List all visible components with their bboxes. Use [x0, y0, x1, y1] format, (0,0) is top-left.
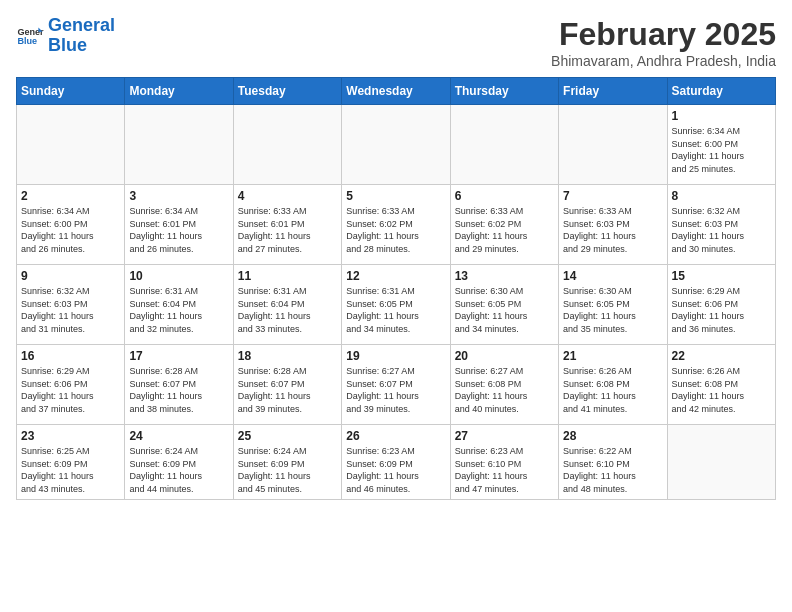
calendar-cell: 9Sunrise: 6:32 AM Sunset: 6:03 PM Daylig…: [17, 265, 125, 345]
day-info: Sunrise: 6:28 AM Sunset: 6:07 PM Dayligh…: [129, 365, 228, 415]
day-number: 24: [129, 429, 228, 443]
calendar-cell: 21Sunrise: 6:26 AM Sunset: 6:08 PM Dayli…: [559, 345, 667, 425]
header-sunday: Sunday: [17, 78, 125, 105]
day-number: 3: [129, 189, 228, 203]
calendar-header: Sunday Monday Tuesday Wednesday Thursday…: [17, 78, 776, 105]
day-number: 25: [238, 429, 337, 443]
calendar-cell: 27Sunrise: 6:23 AM Sunset: 6:10 PM Dayli…: [450, 425, 558, 500]
day-number: 28: [563, 429, 662, 443]
calendar-body: 1Sunrise: 6:34 AM Sunset: 6:00 PM Daylig…: [17, 105, 776, 500]
day-number: 22: [672, 349, 771, 363]
day-info: Sunrise: 6:33 AM Sunset: 6:01 PM Dayligh…: [238, 205, 337, 255]
day-number: 13: [455, 269, 554, 283]
calendar-table: Sunday Monday Tuesday Wednesday Thursday…: [16, 77, 776, 500]
day-number: 8: [672, 189, 771, 203]
calendar-cell: [667, 425, 775, 500]
logo: General Blue General Blue: [16, 16, 115, 56]
page-header: General Blue General Blue February 2025 …: [16, 16, 776, 69]
day-info: Sunrise: 6:33 AM Sunset: 6:02 PM Dayligh…: [455, 205, 554, 255]
day-info: Sunrise: 6:30 AM Sunset: 6:05 PM Dayligh…: [563, 285, 662, 335]
day-number: 16: [21, 349, 120, 363]
calendar-cell: 25Sunrise: 6:24 AM Sunset: 6:09 PM Dayli…: [233, 425, 341, 500]
calendar-cell: [17, 105, 125, 185]
calendar-week-row: 2Sunrise: 6:34 AM Sunset: 6:00 PM Daylig…: [17, 185, 776, 265]
days-of-week-row: Sunday Monday Tuesday Wednesday Thursday…: [17, 78, 776, 105]
header-friday: Friday: [559, 78, 667, 105]
day-info: Sunrise: 6:27 AM Sunset: 6:08 PM Dayligh…: [455, 365, 554, 415]
day-info: Sunrise: 6:34 AM Sunset: 6:00 PM Dayligh…: [672, 125, 771, 175]
calendar-cell: 6Sunrise: 6:33 AM Sunset: 6:02 PM Daylig…: [450, 185, 558, 265]
day-number: 12: [346, 269, 445, 283]
calendar-cell: 11Sunrise: 6:31 AM Sunset: 6:04 PM Dayli…: [233, 265, 341, 345]
day-number: 18: [238, 349, 337, 363]
day-info: Sunrise: 6:31 AM Sunset: 6:04 PM Dayligh…: [238, 285, 337, 335]
day-number: 20: [455, 349, 554, 363]
day-number: 14: [563, 269, 662, 283]
header-saturday: Saturday: [667, 78, 775, 105]
svg-text:Blue: Blue: [17, 36, 37, 46]
calendar-cell: 18Sunrise: 6:28 AM Sunset: 6:07 PM Dayli…: [233, 345, 341, 425]
calendar-cell: 23Sunrise: 6:25 AM Sunset: 6:09 PM Dayli…: [17, 425, 125, 500]
title-block: February 2025 Bhimavaram, Andhra Pradesh…: [551, 16, 776, 69]
day-info: Sunrise: 6:24 AM Sunset: 6:09 PM Dayligh…: [129, 445, 228, 495]
day-number: 9: [21, 269, 120, 283]
day-info: Sunrise: 6:34 AM Sunset: 6:00 PM Dayligh…: [21, 205, 120, 255]
calendar-cell: 20Sunrise: 6:27 AM Sunset: 6:08 PM Dayli…: [450, 345, 558, 425]
day-number: 7: [563, 189, 662, 203]
day-info: Sunrise: 6:33 AM Sunset: 6:03 PM Dayligh…: [563, 205, 662, 255]
day-info: Sunrise: 6:32 AM Sunset: 6:03 PM Dayligh…: [21, 285, 120, 335]
calendar-cell: 14Sunrise: 6:30 AM Sunset: 6:05 PM Dayli…: [559, 265, 667, 345]
day-number: 5: [346, 189, 445, 203]
calendar-cell: 28Sunrise: 6:22 AM Sunset: 6:10 PM Dayli…: [559, 425, 667, 500]
day-info: Sunrise: 6:27 AM Sunset: 6:07 PM Dayligh…: [346, 365, 445, 415]
calendar-cell: 7Sunrise: 6:33 AM Sunset: 6:03 PM Daylig…: [559, 185, 667, 265]
calendar-cell: 13Sunrise: 6:30 AM Sunset: 6:05 PM Dayli…: [450, 265, 558, 345]
day-info: Sunrise: 6:33 AM Sunset: 6:02 PM Dayligh…: [346, 205, 445, 255]
day-number: 6: [455, 189, 554, 203]
calendar-cell: [559, 105, 667, 185]
day-info: Sunrise: 6:26 AM Sunset: 6:08 PM Dayligh…: [672, 365, 771, 415]
header-tuesday: Tuesday: [233, 78, 341, 105]
calendar-cell: [233, 105, 341, 185]
header-monday: Monday: [125, 78, 233, 105]
day-number: 10: [129, 269, 228, 283]
day-info: Sunrise: 6:28 AM Sunset: 6:07 PM Dayligh…: [238, 365, 337, 415]
calendar-cell: 24Sunrise: 6:24 AM Sunset: 6:09 PM Dayli…: [125, 425, 233, 500]
day-info: Sunrise: 6:32 AM Sunset: 6:03 PM Dayligh…: [672, 205, 771, 255]
day-number: 17: [129, 349, 228, 363]
calendar-cell: 19Sunrise: 6:27 AM Sunset: 6:07 PM Dayli…: [342, 345, 450, 425]
day-info: Sunrise: 6:24 AM Sunset: 6:09 PM Dayligh…: [238, 445, 337, 495]
calendar-cell: 12Sunrise: 6:31 AM Sunset: 6:05 PM Dayli…: [342, 265, 450, 345]
day-info: Sunrise: 6:31 AM Sunset: 6:05 PM Dayligh…: [346, 285, 445, 335]
month-year-title: February 2025: [551, 16, 776, 53]
calendar-week-row: 9Sunrise: 6:32 AM Sunset: 6:03 PM Daylig…: [17, 265, 776, 345]
calendar-cell: 2Sunrise: 6:34 AM Sunset: 6:00 PM Daylig…: [17, 185, 125, 265]
calendar-cell: [125, 105, 233, 185]
day-number: 23: [21, 429, 120, 443]
calendar-cell: 8Sunrise: 6:32 AM Sunset: 6:03 PM Daylig…: [667, 185, 775, 265]
header-thursday: Thursday: [450, 78, 558, 105]
day-number: 2: [21, 189, 120, 203]
day-info: Sunrise: 6:25 AM Sunset: 6:09 PM Dayligh…: [21, 445, 120, 495]
calendar-cell: 17Sunrise: 6:28 AM Sunset: 6:07 PM Dayli…: [125, 345, 233, 425]
day-number: 27: [455, 429, 554, 443]
day-info: Sunrise: 6:26 AM Sunset: 6:08 PM Dayligh…: [563, 365, 662, 415]
day-number: 19: [346, 349, 445, 363]
calendar-cell: 10Sunrise: 6:31 AM Sunset: 6:04 PM Dayli…: [125, 265, 233, 345]
calendar-cell: 5Sunrise: 6:33 AM Sunset: 6:02 PM Daylig…: [342, 185, 450, 265]
day-info: Sunrise: 6:34 AM Sunset: 6:01 PM Dayligh…: [129, 205, 228, 255]
day-number: 21: [563, 349, 662, 363]
day-number: 4: [238, 189, 337, 203]
day-info: Sunrise: 6:22 AM Sunset: 6:10 PM Dayligh…: [563, 445, 662, 495]
calendar-cell: 1Sunrise: 6:34 AM Sunset: 6:00 PM Daylig…: [667, 105, 775, 185]
day-info: Sunrise: 6:29 AM Sunset: 6:06 PM Dayligh…: [672, 285, 771, 335]
calendar-cell: [342, 105, 450, 185]
calendar-cell: 16Sunrise: 6:29 AM Sunset: 6:06 PM Dayli…: [17, 345, 125, 425]
day-info: Sunrise: 6:29 AM Sunset: 6:06 PM Dayligh…: [21, 365, 120, 415]
day-info: Sunrise: 6:30 AM Sunset: 6:05 PM Dayligh…: [455, 285, 554, 335]
calendar-cell: 26Sunrise: 6:23 AM Sunset: 6:09 PM Dayli…: [342, 425, 450, 500]
day-info: Sunrise: 6:31 AM Sunset: 6:04 PM Dayligh…: [129, 285, 228, 335]
day-number: 1: [672, 109, 771, 123]
location-label: Bhimavaram, Andhra Pradesh, India: [551, 53, 776, 69]
calendar-cell: 3Sunrise: 6:34 AM Sunset: 6:01 PM Daylig…: [125, 185, 233, 265]
